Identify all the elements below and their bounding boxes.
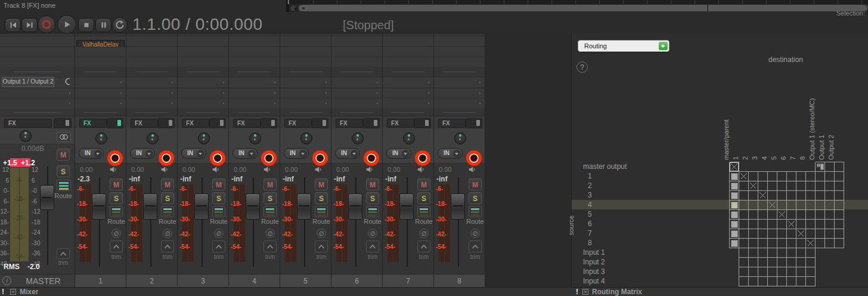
channel-fader[interactable] — [246, 193, 260, 220]
chevron-down-icon[interactable] — [299, 150, 307, 158]
fx-button[interactable]: FX — [131, 119, 158, 128]
matrix-column-header[interactable]: 2 — [742, 82, 749, 160]
solo-button[interactable]: S — [110, 192, 123, 204]
solo-button[interactable]: S — [366, 192, 379, 204]
channel-gain-value[interactable]: 0.00 — [336, 166, 349, 173]
send-slot[interactable] — [383, 77, 433, 87]
scrollbar-track[interactable] — [299, 5, 867, 11]
fx-slot[interactable] — [229, 47, 280, 57]
fx-button[interactable]: FX — [182, 119, 209, 128]
send-slot[interactable] — [434, 98, 485, 108]
trim-button[interactable] — [315, 240, 328, 252]
matrix-column-header[interactable]: 6 — [780, 82, 788, 160]
channel-fader[interactable] — [143, 193, 157, 220]
fx-button[interactable]: FX — [233, 119, 261, 128]
route-button[interactable] — [315, 206, 328, 217]
record-arm-button[interactable] — [466, 150, 482, 166]
channel-gain-value[interactable]: 0.00 — [182, 166, 195, 173]
chevron-down-icon[interactable] — [351, 150, 358, 158]
channel-fader[interactable] — [451, 193, 465, 220]
mute-button[interactable]: M — [110, 178, 123, 190]
input-select-button[interactable]: IN — [335, 148, 360, 159]
time-display[interactable]: 1.1.00 / 0:00.000 — [132, 15, 263, 34]
input-select-button[interactable]: IN — [284, 148, 309, 159]
matrix-row-label[interactable]: master output — [583, 162, 714, 172]
chevron-down-icon[interactable] — [453, 150, 461, 158]
fx-button[interactable]: FX — [387, 119, 414, 128]
channel-fader[interactable] — [399, 193, 414, 220]
fx-slider-handle[interactable] — [374, 120, 377, 126]
send-slot[interactable] — [126, 98, 177, 108]
matrix-column-header[interactable]: 5 — [770, 82, 778, 160]
timeline-ruler[interactable] — [289, 0, 868, 4]
fx-slot[interactable] — [75, 47, 126, 57]
fx-slot[interactable] — [229, 36, 280, 46]
channel-fader[interactable] — [348, 193, 362, 220]
mono-stereo-button[interactable] — [57, 132, 71, 142]
fader-track[interactable] — [355, 177, 356, 267]
tab-mixer[interactable]: Mixer — [20, 288, 38, 296]
matrix-row-label[interactable]: 1 — [583, 172, 719, 181]
matrix-column-header[interactable]: 3 — [751, 82, 759, 160]
routing-mode-select[interactable]: Routing — [578, 40, 669, 52]
horizontal-scrollbar[interactable] — [289, 4, 868, 12]
trim-button[interactable] — [417, 240, 430, 252]
send-slot[interactable] — [75, 77, 126, 87]
phase-button[interactable]: ∅ — [317, 229, 326, 238]
fx-wet-slider[interactable] — [261, 118, 277, 128]
route-button[interactable] — [110, 206, 123, 217]
matrix-row-label[interactable]: 7 — [583, 229, 719, 239]
send-volume-knob[interactable] — [64, 77, 73, 88]
send-slot[interactable] — [280, 77, 331, 87]
phase-button[interactable]: ∅ — [470, 229, 480, 238]
record-arm-button[interactable] — [415, 150, 430, 166]
fx-button[interactable]: FX — [284, 119, 312, 128]
matrix-column-header[interactable]: master/parent — [723, 82, 730, 160]
fx-slider-handle[interactable] — [425, 120, 429, 126]
send-slot[interactable] — [331, 77, 382, 87]
channel-number-cell[interactable]: 6 — [331, 274, 382, 288]
checkbox-icon[interactable]: × — [582, 289, 588, 295]
input-select-button[interactable]: IN — [232, 148, 258, 159]
send-slot[interactable] — [126, 77, 177, 87]
fx-slot[interactable] — [229, 57, 280, 67]
fx-slot[interactable] — [383, 36, 433, 46]
speaker-icon[interactable] — [109, 165, 117, 176]
send-slot[interactable] — [280, 88, 331, 98]
channel-number-cell[interactable]: 1 — [75, 274, 126, 288]
channel-fader[interactable] — [297, 193, 311, 220]
phase-button[interactable]: ∅ — [265, 229, 275, 238]
send-slot[interactable] — [383, 98, 433, 108]
mute-button[interactable]: M — [57, 149, 70, 161]
mute-button[interactable]: M — [212, 178, 225, 190]
channel-number-cell[interactable]: 4 — [229, 274, 280, 288]
fader-track[interactable] — [458, 177, 459, 267]
repeat-button[interactable] — [112, 17, 128, 33]
checkbox-icon[interactable]: × — [10, 289, 16, 295]
go-to-end-button[interactable] — [21, 18, 38, 32]
channel-fader[interactable] — [194, 193, 209, 220]
solo-button[interactable]: S — [417, 192, 430, 204]
fx-slot[interactable]: ValhallaDelay — [75, 36, 126, 46]
fx-slot[interactable] — [0, 47, 75, 57]
chevron-down-icon[interactable] — [248, 150, 256, 158]
phase-button[interactable]: ∅ — [419, 229, 429, 238]
record-arm-button[interactable] — [159, 150, 174, 166]
fx-slot[interactable] — [383, 47, 433, 57]
fx-wet-slider[interactable] — [363, 118, 380, 128]
master-name[interactable]: MASTER — [12, 275, 75, 288]
fx-slot[interactable] — [331, 36, 382, 46]
channel-number-cell[interactable]: 8 — [434, 274, 485, 288]
fx-wet-slider[interactable] — [209, 118, 226, 128]
solo-button[interactable]: S — [315, 192, 328, 204]
send-slot[interactable] — [331, 88, 382, 98]
channel-number-cell[interactable]: 5 — [280, 274, 331, 288]
master-gain-value[interactable]: 0.00dB — [0, 144, 66, 153]
channel-gain-value[interactable]: 0.00 — [285, 166, 297, 173]
fx-slider-handle[interactable] — [220, 120, 224, 126]
matrix-column-header[interactable]: Output 2 — [827, 82, 835, 160]
channel-gain-value[interactable]: 0.00 — [234, 166, 246, 173]
send-slot[interactable] — [229, 88, 280, 98]
trim-button[interactable] — [110, 240, 123, 252]
pan-knob[interactable] — [20, 130, 32, 142]
